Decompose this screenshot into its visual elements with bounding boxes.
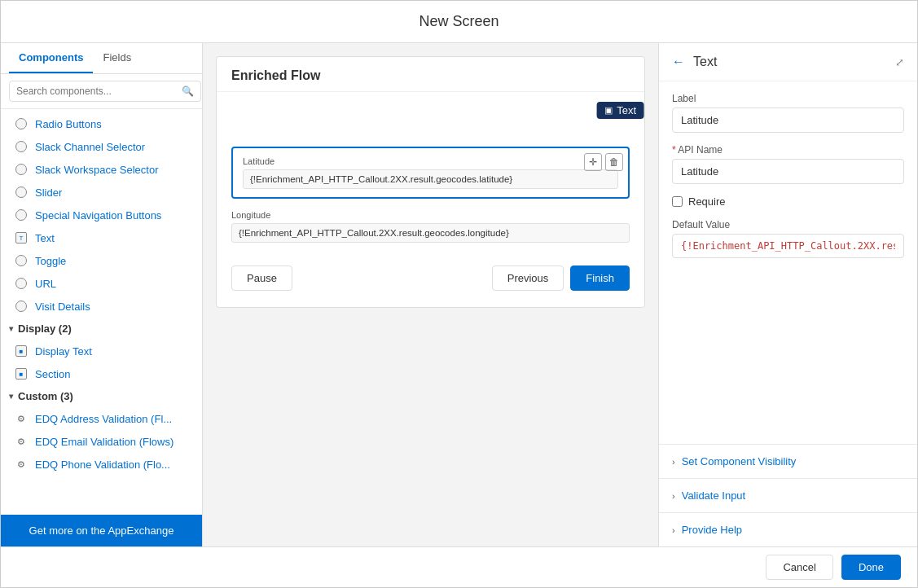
- radio-icon: [14, 116, 29, 131]
- main-layout: Components Fields 🔍 Radio Buttons Slack …: [1, 43, 917, 546]
- sidebar-item-text[interactable]: T Text: [1, 226, 202, 249]
- chevron-down-icon: ▾: [9, 392, 13, 401]
- api-name-input[interactable]: [672, 159, 904, 184]
- accordion-help: › Provide Help: [659, 512, 917, 546]
- center-content: Enriched Flow ▣ Text ✛ 🗑 Latitude: [203, 43, 658, 546]
- sidebar-item-slider[interactable]: Slider: [1, 181, 202, 204]
- text-badge: ▣ Text: [596, 102, 644, 119]
- default-value-input[interactable]: [672, 234, 904, 258]
- toggle-icon: [14, 162, 29, 177]
- page-title: New Screen: [419, 13, 499, 30]
- sidebar-item-special-nav[interactable]: Special Navigation Buttons: [1, 204, 202, 226]
- edq-email-icon: ⚙: [14, 434, 29, 449]
- longitude-value: {!Enrichment_API_HTTP_Callout.2XX.result…: [231, 223, 630, 243]
- sidebar: Components Fields 🔍 Radio Buttons Slack …: [1, 43, 203, 546]
- sidebar-item-slack-channel[interactable]: Slack Channel Selector: [1, 135, 202, 158]
- delete-button[interactable]: 🗑: [605, 153, 623, 171]
- accordion-visibility-header[interactable]: › Set Component Visibility: [659, 445, 917, 478]
- api-name-label: API Name: [672, 144, 904, 156]
- previous-button[interactable]: Previous: [492, 265, 564, 291]
- edq-address-icon: ⚙: [14, 411, 29, 426]
- back-icon[interactable]: ←: [672, 55, 685, 69]
- longitude-field-group: Longitude {!Enrichment_API_HTTP_Callout.…: [231, 210, 630, 243]
- sidebar-item-radio-buttons[interactable]: Radio Buttons: [1, 112, 202, 135]
- sidebar-item-slack-workspace[interactable]: Slack Workspace Selector: [1, 158, 202, 181]
- cancel-button[interactable]: Cancel: [766, 555, 832, 580]
- flow-card-body: ✛ 🗑 Latitude {!Enrichment_API_HTTP_Callo…: [217, 135, 644, 254]
- chevron-down-icon: ▾: [9, 324, 13, 333]
- right-panel: ← Text ⤢ Label API Name Require Defaul: [658, 43, 917, 546]
- badge-icon: ▣: [604, 105, 613, 116]
- url-icon: [14, 276, 29, 291]
- nav-icon: [14, 208, 29, 222]
- right-panel-body: Label API Name Require Default Value: [659, 81, 917, 444]
- right-panel-header: ← Text ⤢: [659, 43, 917, 81]
- accordion-validate-header[interactable]: › Validate Input: [659, 479, 917, 512]
- require-row: Require: [672, 195, 904, 208]
- toggle-icon: [14, 139, 29, 154]
- tab-fields[interactable]: Fields: [93, 43, 141, 73]
- api-name-field-group: API Name: [672, 144, 904, 184]
- flow-card-footer: Pause Previous Finish: [217, 254, 644, 291]
- sidebar-item-edq-phone[interactable]: ⚙ EDQ Phone Validation (Flo...: [1, 453, 202, 476]
- visit-icon: [14, 299, 29, 314]
- top-bar: New Screen: [1, 1, 917, 43]
- sidebar-item-edq-address[interactable]: ⚙ EDQ Address Validation (Fl...: [1, 407, 202, 430]
- appexchange-link[interactable]: Get more on the AppExchange: [1, 515, 202, 546]
- sidebar-item-url[interactable]: URL: [1, 272, 202, 295]
- sidebar-item-section[interactable]: ■ Section: [1, 362, 202, 385]
- section-custom[interactable]: ▾ Custom (3): [1, 385, 202, 407]
- latitude-value: {!Enrichment_API_HTTP_Callout.2XX.result…: [243, 169, 618, 189]
- tab-components[interactable]: Components: [9, 43, 93, 73]
- accordion-validate: › Validate Input: [659, 478, 917, 512]
- label-field-group: Label: [672, 93, 904, 133]
- done-button[interactable]: Done: [841, 555, 901, 580]
- label-input[interactable]: [672, 108, 904, 133]
- latitude-field-group: ✛ 🗑 Latitude {!Enrichment_API_HTTP_Callo…: [231, 147, 630, 199]
- require-checkbox[interactable]: [672, 196, 683, 207]
- finish-button[interactable]: Finish: [570, 265, 630, 291]
- sidebar-item-visit-details[interactable]: Visit Details: [1, 295, 202, 318]
- flow-canvas: Enriched Flow ▣ Text ✛ 🗑 Latitude: [203, 43, 658, 546]
- bottom-bar: Cancel Done: [1, 546, 917, 587]
- sidebar-item-toggle[interactable]: Toggle: [1, 249, 202, 272]
- flow-card: Enriched Flow ▣ Text ✛ 🗑 Latitude: [216, 56, 645, 308]
- sidebar-item-display-text[interactable]: ■ Display Text: [1, 340, 202, 362]
- sidebar-tabs: Components Fields: [1, 43, 202, 74]
- display-text-icon: ■: [14, 344, 29, 358]
- text-icon: T: [14, 230, 29, 245]
- pause-button[interactable]: Pause: [231, 265, 292, 291]
- accordion-help-header[interactable]: › Provide Help: [659, 513, 917, 546]
- field-group-actions: ✛ 🗑: [584, 153, 623, 171]
- search-input[interactable]: [9, 81, 201, 102]
- section-icon: ■: [14, 366, 29, 381]
- sidebar-item-edq-email[interactable]: ⚙ EDQ Email Validation (Flows): [1, 430, 202, 453]
- accordion-visibility: › Set Component Visibility: [659, 444, 917, 478]
- chevron-right-icon: ›: [672, 457, 675, 467]
- right-panel-title: Text: [693, 55, 895, 69]
- toggle-icon: [14, 253, 29, 268]
- chevron-right-icon: ›: [672, 525, 675, 535]
- longitude-label: Longitude: [231, 210, 630, 220]
- slider-icon: [14, 185, 29, 200]
- nav-buttons: Previous Finish: [492, 265, 630, 291]
- latitude-label: Latitude: [243, 156, 618, 166]
- section-display[interactable]: ▾ Display (2): [1, 318, 202, 340]
- expand-icon[interactable]: ⤢: [895, 56, 904, 68]
- edq-phone-icon: ⚙: [14, 457, 29, 472]
- chevron-right-icon: ›: [672, 491, 675, 501]
- require-label: Require: [688, 195, 726, 208]
- flow-card-title: Enriched Flow: [217, 57, 644, 92]
- label-field-label: Label: [672, 93, 904, 104]
- search-bar-container: 🔍: [1, 74, 202, 109]
- default-value-label: Default Value: [672, 219, 904, 230]
- default-value-field-group: Default Value: [672, 219, 904, 258]
- move-button[interactable]: ✛: [584, 153, 602, 171]
- sidebar-list: Radio Buttons Slack Channel Selector Sla…: [1, 109, 202, 515]
